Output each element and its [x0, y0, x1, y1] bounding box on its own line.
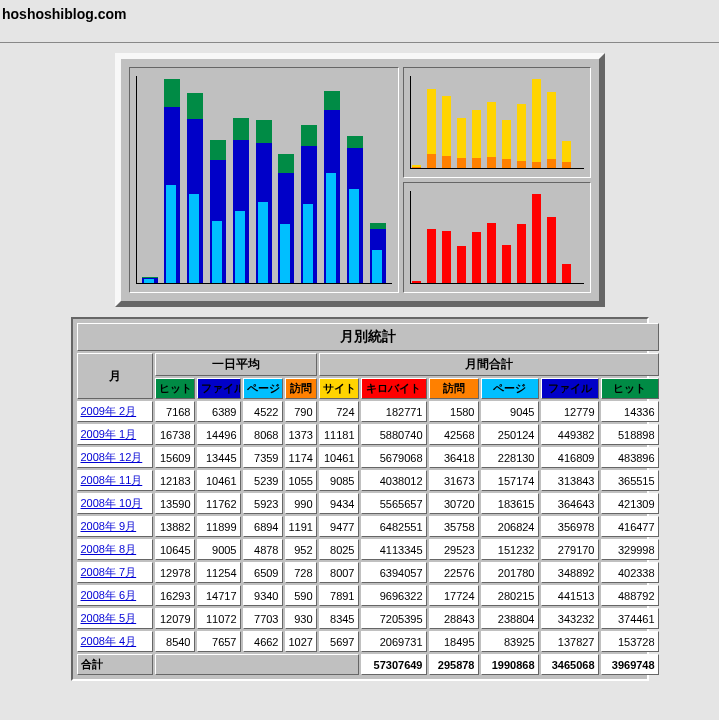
- table-row: 2008年 4月85407657466210275697206973118495…: [77, 631, 659, 652]
- table-cell: 9005: [197, 539, 241, 560]
- col-monthly-visits: 訪問: [429, 378, 479, 399]
- table-cell: 250124: [481, 424, 539, 445]
- table-cell: 4662: [243, 631, 283, 652]
- chart-top-right: [403, 67, 591, 178]
- total-files: 3465068: [541, 654, 599, 675]
- table-cell: 6389: [197, 401, 241, 422]
- table-row: 2008年 11月1218310461523910559085403801231…: [77, 470, 659, 491]
- table-cell: 402338: [601, 562, 659, 583]
- table-cell: 8007: [319, 562, 359, 583]
- table-cell: 11181: [319, 424, 359, 445]
- table-row: 2008年 8月10645900548789528025411334529523…: [77, 539, 659, 560]
- table-cell: 14496: [197, 424, 241, 445]
- monthly-stats-table: 月別統計 月 一日平均 月間合計 ヒット ファイル ページ 訪問 サイト キロバ…: [71, 317, 649, 681]
- table-cell: 11072: [197, 608, 241, 629]
- table-cell: 17724: [429, 585, 479, 606]
- table-cell: 13882: [155, 516, 195, 537]
- col-monthly-pages: ページ: [481, 378, 539, 399]
- table-cell: 7205395: [361, 608, 427, 629]
- table-cell: 1027: [285, 631, 317, 652]
- month-link[interactable]: 2008年 9月: [77, 516, 153, 537]
- table-cell: 10461: [197, 470, 241, 491]
- table-cell: 1373: [285, 424, 317, 445]
- col-daily-visits: 訪問: [285, 378, 317, 399]
- page-url-fragment: hoshoshiblog.com: [0, 0, 719, 43]
- table-cell: 365515: [601, 470, 659, 491]
- usage-charts: [115, 53, 605, 307]
- table-cell: 9477: [319, 516, 359, 537]
- table-cell: 990: [285, 493, 317, 514]
- total-visits: 295878: [429, 654, 479, 675]
- table-cell: 8025: [319, 539, 359, 560]
- month-link[interactable]: 2008年 8月: [77, 539, 153, 560]
- month-link[interactable]: 2008年 12月: [77, 447, 153, 468]
- col-group-monthly: 月間合計: [319, 353, 659, 376]
- chart-main: [129, 67, 399, 293]
- table-cell: 343232: [541, 608, 599, 629]
- table-row: 2008年 7月12978112546509728800763940572257…: [77, 562, 659, 583]
- total-hits: 3969748: [601, 654, 659, 675]
- table-cell: 590: [285, 585, 317, 606]
- table-row: 2008年 6月16293147179340590789196963221772…: [77, 585, 659, 606]
- table-cell: 11762: [197, 493, 241, 514]
- table-cell: 5679068: [361, 447, 427, 468]
- table-cell: 421309: [601, 493, 659, 514]
- table-cell: 35758: [429, 516, 479, 537]
- table-cell: 83925: [481, 631, 539, 652]
- table-cell: 728: [285, 562, 317, 583]
- table-cell: 313843: [541, 470, 599, 491]
- table-cell: 5923: [243, 493, 283, 514]
- table-cell: 31673: [429, 470, 479, 491]
- table-cell: 5880740: [361, 424, 427, 445]
- table-cell: 30720: [429, 493, 479, 514]
- table-cell: 6482551: [361, 516, 427, 537]
- col-month: 月: [77, 353, 153, 399]
- month-link[interactable]: 2008年 4月: [77, 631, 153, 652]
- table-row: 2008年 5月12079110727703930834572053952884…: [77, 608, 659, 629]
- month-link[interactable]: 2008年 10月: [77, 493, 153, 514]
- table-cell: 5565657: [361, 493, 427, 514]
- table-cell: 518898: [601, 424, 659, 445]
- table-cell: 15609: [155, 447, 195, 468]
- table-cell: 182771: [361, 401, 427, 422]
- month-link[interactable]: 2009年 1月: [77, 424, 153, 445]
- table-cell: 7359: [243, 447, 283, 468]
- totals-empty: [155, 654, 359, 675]
- table-cell: 9340: [243, 585, 283, 606]
- table-cell: 16293: [155, 585, 195, 606]
- table-cell: 36418: [429, 447, 479, 468]
- month-link[interactable]: 2009年 2月: [77, 401, 153, 422]
- table-cell: 13590: [155, 493, 195, 514]
- col-monthly-sites: サイト: [319, 378, 359, 399]
- month-link[interactable]: 2008年 5月: [77, 608, 153, 629]
- month-link[interactable]: 2008年 11月: [77, 470, 153, 491]
- table-cell: 22576: [429, 562, 479, 583]
- month-link[interactable]: 2008年 7月: [77, 562, 153, 583]
- month-link[interactable]: 2008年 6月: [77, 585, 153, 606]
- table-cell: 5697: [319, 631, 359, 652]
- table-cell: 1055: [285, 470, 317, 491]
- table-cell: 483896: [601, 447, 659, 468]
- table-cell: 9045: [481, 401, 539, 422]
- table-cell: 348892: [541, 562, 599, 583]
- table-cell: 790: [285, 401, 317, 422]
- table-cell: 7168: [155, 401, 195, 422]
- table-cell: 449382: [541, 424, 599, 445]
- table-cell: 4038012: [361, 470, 427, 491]
- table-cell: 18495: [429, 631, 479, 652]
- table-cell: 364643: [541, 493, 599, 514]
- table-cell: 42568: [429, 424, 479, 445]
- table-cell: 157174: [481, 470, 539, 491]
- col-daily-hits: ヒット: [155, 378, 195, 399]
- table-cell: 201780: [481, 562, 539, 583]
- total-pages: 1990868: [481, 654, 539, 675]
- table-title: 月別統計: [77, 323, 659, 351]
- col-daily-files: ファイル: [197, 378, 241, 399]
- chart-bottom-right: [403, 182, 591, 293]
- table-cell: 151232: [481, 539, 539, 560]
- table-cell: 13445: [197, 447, 241, 468]
- table-cell: 4522: [243, 401, 283, 422]
- table-cell: 416809: [541, 447, 599, 468]
- table-cell: 12978: [155, 562, 195, 583]
- row-total-label: 合計: [77, 654, 153, 675]
